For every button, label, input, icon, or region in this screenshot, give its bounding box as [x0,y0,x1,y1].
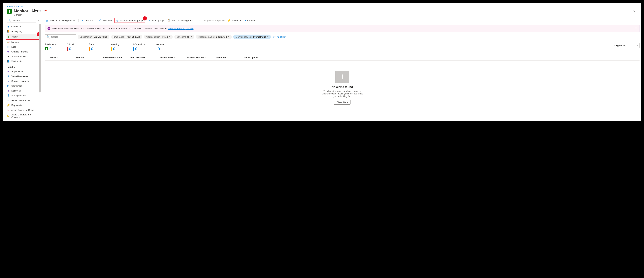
sidebar-item-sql-preview-[interactable]: 🛢SQL (preview) [3,93,41,98]
sidebar-item-service-health[interactable]: ❤Service health [3,54,41,59]
sort-icon: ↑↓ [204,56,206,58]
stat-error[interactable]: Error0 [89,43,102,51]
nav-icon: 📊 [7,41,10,43]
stat-bar [111,47,112,51]
alert-rules-button[interactable]: 🗒Alert rules [98,18,114,22]
stat-total-alerts[interactable]: Total alerts▮0 [45,43,57,51]
sidebar-item-label: Activity log [11,30,22,33]
sidebar-scrollbar[interactable] [39,24,41,113]
sidebar-item-networks[interactable]: ◆Networks [3,88,41,93]
sidebar-item-containers[interactable]: ◳Containers [3,83,41,88]
sidebar-item-virtual-machines[interactable]: 🖥Virtual Machines [3,74,41,79]
nav-icon: ◆ [7,70,10,73]
clear-filters-button[interactable]: Clear filters [334,100,350,105]
filter-icon: ▽⁺ [273,36,276,38]
stat-verbose[interactable]: Verbose0 [156,43,168,51]
pill-value: Fired [162,36,168,38]
sidebar-item-metrics[interactable]: 📊Metrics [3,39,41,44]
collapse-sidebar-icon[interactable]: « [38,19,39,22]
refresh-button[interactable]: ⟳Refresh [242,18,256,22]
sidebar-item-azure-cache-for-redis[interactable]: 🗄Azure Cache for Redis [3,107,41,112]
sidebar-item-alerts[interactable]: ▮Alerts [6,34,39,39]
breadcrumb-home[interactable]: Home [7,5,13,8]
sidebar-item-azure-data-explorer-clusters[interactable]: 📐Azure Data Explorer Clusters [3,112,41,120]
filter-pill-time-range[interactable]: Time range : Past 30 days [111,35,142,39]
pill-close-icon[interactable]: ✕ [190,36,192,38]
sort-icon: ↑↓ [147,56,148,58]
filter-pill-monitor-service[interactable]: Monitor service : Prometheus ✕ [234,34,271,39]
filter-pill-alert-condition[interactable]: Alert condition : Fired ✕ [144,35,173,39]
action-groups-button[interactable]: 🗂Action groups [146,18,166,22]
pill-close-icon[interactable]: ✕ [267,36,269,38]
filter-pill-severity[interactable]: Severity : all ✕ [174,35,194,39]
sidebar-item-label: Applications [11,70,24,73]
filter-pill-subscription[interactable]: Subscription : ACME Telco [78,35,109,39]
nav-icon: 🗄 [7,109,10,111]
col-severity[interactable]: Severity↑↓ [75,56,103,59]
grouping-dropdown[interactable]: No grouping▾ [612,43,640,48]
col-monitor-service[interactable]: Monitor service↑↓ [187,56,216,59]
prometheus-icon: ◎ [116,19,118,22]
sidebar-item-label: Containers [11,85,22,87]
col-name[interactable]: Name↑↓ [46,56,75,59]
pill-close-icon[interactable]: ✕ [228,36,230,38]
sidebar-item-storage-accounts[interactable]: ≡Storage accounts [3,79,41,83]
banner-link[interactable]: View as timeline (preview) [168,27,194,30]
sidebar-item-label: Change Analysis [11,50,28,53]
sidebar-item-change-analysis[interactable]: ⚗Change Analysis [3,49,41,54]
sidebar-item-label: Azure Data Explorer Clusters [11,113,39,119]
col-affected-resource[interactable]: Affected resource↑↓ [103,56,130,59]
sidebar-search-input[interactable] [12,19,34,22]
sidebar-search[interactable]: 🔍 [7,18,36,23]
filter-bar: 🔍 Subscription : ACME TelcoTime range : … [45,34,640,39]
col-fire-time[interactable]: Fire time↑↓ [216,56,244,59]
col-subscription[interactable]: Subscription [244,56,638,59]
filter-search-input[interactable] [51,35,74,38]
stat-value: 0 [50,47,52,51]
stat-informational[interactable]: Informational0 [133,43,146,51]
sidebar-item-label: SQL (preview) [11,94,26,97]
breadcrumb-monitor[interactable]: Monitor [16,5,23,8]
sidebar-item-key-vaults[interactable]: 🔑Key Vaults [3,103,41,107]
more-icon[interactable]: ⋯ [48,9,52,12]
nav-icon: ❤ [7,55,10,58]
sidebar-item-logs[interactable]: 🧾Logs [3,44,41,49]
stat-warning[interactable]: Warning0 [111,43,124,51]
sidebar-item-workbooks[interactable]: 📘Workbooks [3,59,41,64]
stat-label: Verbose [156,43,168,46]
create-button[interactable]: ＋Create ▾ [80,18,95,23]
nav-icon: ◳ [7,84,10,87]
table-header: Name↑↓ Severity↑↓ Affected resource↑↓ Al… [45,54,640,60]
sidebar-item-activity-log[interactable]: 📙Activity log [3,29,41,34]
pin-icon[interactable]: 📌 [44,8,47,12]
main-content: ▤View as timeline (preview) ＋Create ▾ 🗒A… [41,17,641,121]
stat-bar [89,47,90,51]
actions-button[interactable]: ⚡Actions ▾ [226,18,242,22]
alert-processing-rules-button[interactable]: 📋Alert processing rules [166,18,194,22]
chevron-down-icon: ▾ [240,20,241,21]
col-alert-condition[interactable]: Alert condition↑↓ [130,56,158,59]
view-timeline-button[interactable]: ▤View as timeline (preview) [45,18,77,22]
add-filter-button[interactable]: ▽⁺Add filter [273,36,286,38]
chevron-down-icon: ▾ [637,44,638,46]
pill-value: Past 30 days [126,36,140,38]
info-banner: ✦ New: View alerts visualized on a timel… [45,25,640,32]
banner-close-icon[interactable]: ✕ [635,27,637,30]
sort-icon: ↑↓ [174,56,176,58]
sidebar-item-applications[interactable]: ◆Applications [3,69,41,74]
sort-icon: ↑↓ [85,56,86,58]
prometheus-rule-groups-button[interactable]: ◎Prometheus rule groups [116,18,144,22]
sidebar-item-azure-cosmos-db[interactable]: ☄Azure Cosmos DB [3,98,41,103]
nav-icon: 📘 [7,60,10,63]
filter-pill-resource-name[interactable]: Resource name : 2 selected ✕ [196,35,232,39]
stat-critical[interactable]: Critical0 [67,43,79,51]
stat-value: 0 [135,47,137,51]
filter-search[interactable]: 🔍 [45,34,76,39]
col-user-response[interactable]: User response↑↓ [158,56,187,59]
close-icon[interactable]: ✕ [632,9,637,14]
empty-title: No alerts found [45,85,640,89]
pill-close-icon[interactable]: ✕ [169,36,170,38]
sidebar-item-label: Azure Cache for Redis [11,109,34,111]
nav-icon: ≡ [7,80,10,82]
sidebar-item-overview[interactable]: ◔Overview [3,24,41,29]
